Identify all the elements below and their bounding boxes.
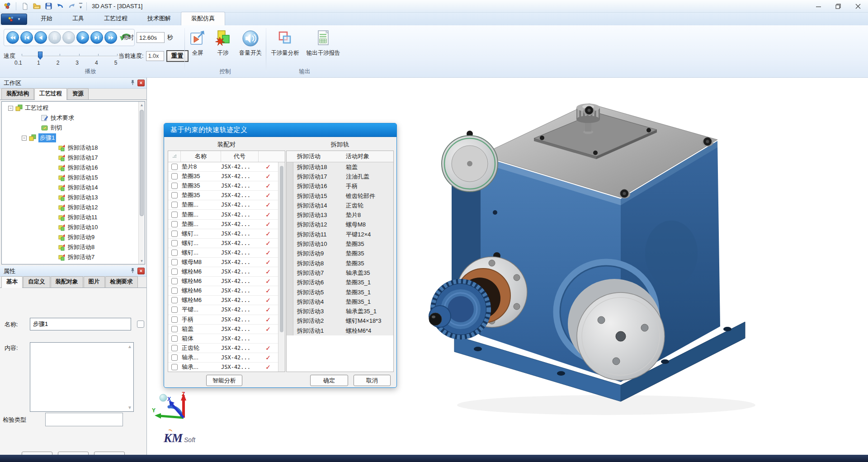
assembly-row[interactable]: 垫圈35 JSX-42...: [168, 172, 285, 181]
row-checkbox[interactable]: [171, 173, 178, 179]
name-field[interactable]: [30, 318, 131, 330]
close-panel-icon[interactable]: ×: [137, 80, 145, 86]
row-checkbox[interactable]: [171, 240, 178, 246]
ribbon-tab[interactable]: 工艺过程: [94, 12, 137, 25]
3d-viewport[interactable]: 基于约束的快速轨迹定义 装配对 拆卸轨 名称 代号 垫片8 JSX-42...: [147, 78, 868, 455]
tree-node-activity[interactable]: 拆卸活动14: [2, 183, 137, 193]
row-checkbox[interactable]: [171, 192, 178, 198]
row-checkbox[interactable]: [171, 335, 178, 342]
track-row[interactable]: 拆卸活动8 垫圈35: [287, 259, 393, 268]
ribbon-tab[interactable]: 装配仿真: [181, 12, 225, 25]
app-menu-button[interactable]: ▼: [1, 14, 27, 25]
row-checkbox[interactable]: [171, 354, 178, 361]
track-row[interactable]: 拆卸活动15 锥齿轮部件: [287, 191, 393, 201]
assembly-row[interactable]: 垫圈35 JSX-42...: [168, 181, 285, 191]
ribbon-tab[interactable]: 开始: [31, 12, 62, 25]
row-checkbox[interactable]: [171, 221, 178, 227]
tree-node-label[interactable]: 技术要求: [51, 114, 74, 122]
tree-node-root[interactable]: 工艺过程: [2, 103, 137, 113]
close-button[interactable]: [848, 0, 868, 13]
assembly-row[interactable]: 螺钉... JSX-42...: [168, 248, 285, 258]
track-row[interactable]: 拆卸活动6 垫圈35_1: [287, 278, 393, 288]
tree-scrollbar[interactable]: ▲ ▼: [138, 102, 145, 264]
activity-column-header[interactable]: 拆卸活动: [293, 152, 344, 160]
row-checkbox[interactable]: [171, 345, 178, 351]
assembly-row[interactable]: 垫圈... JSX-42...: [168, 220, 285, 229]
assembly-row[interactable]: 螺钉... JSX-42...: [168, 239, 285, 248]
assembly-row[interactable]: 垫片8 JSX-42...: [168, 162, 285, 172]
row-checkbox[interactable]: [171, 278, 178, 284]
tree-node-activity[interactable]: 拆卸活动12: [2, 203, 137, 212]
track-row[interactable]: 拆卸活动1 螺栓M6*4: [287, 326, 393, 335]
track-row[interactable]: 拆卸活动14 正齿轮: [287, 201, 393, 210]
track-row[interactable]: 拆卸活动9 垫圈35: [287, 249, 393, 259]
name-checkbox[interactable]: [137, 321, 144, 328]
current-speed-input[interactable]: [146, 51, 164, 61]
tree-node-label[interactable]: 拆卸活动9: [68, 233, 94, 241]
new-document-icon[interactable]: [20, 2, 29, 11]
dialog-title-bar[interactable]: 基于约束的快速轨迹定义: [164, 123, 396, 137]
close-panel-icon[interactable]: ×: [137, 268, 145, 274]
content-textarea[interactable]: [30, 342, 134, 412]
skip-to-end-button[interactable]: [90, 31, 103, 44]
row-checkbox[interactable]: [171, 231, 178, 237]
ribbon-tab[interactable]: 技术图解: [137, 12, 181, 25]
workspace-tab[interactable]: 工艺过程: [34, 88, 67, 100]
assembly-row[interactable]: 垫圈... JSX-42...: [168, 210, 285, 219]
properties-tab[interactable]: 基本: [1, 276, 23, 288]
assembly-row[interactable]: 垫圈35 JSX-42...: [168, 191, 285, 200]
fast-forward-button[interactable]: [104, 31, 117, 44]
row-checkbox[interactable]: [171, 164, 178, 170]
scroll-down-icon[interactable]: ▼: [139, 258, 145, 264]
scrollbar-thumb[interactable]: [280, 166, 283, 332]
properties-tab[interactable]: 图片: [84, 276, 105, 288]
properties-tab[interactable]: 检测要求: [105, 276, 138, 288]
drag-handle-icon[interactable]: [168, 151, 181, 162]
tree-node-activity[interactable]: 拆卸活动10: [2, 222, 137, 232]
minimize-button[interactable]: [808, 0, 828, 13]
speed-slider-thumb[interactable]: [38, 52, 42, 60]
elapsed-input[interactable]: [137, 32, 165, 43]
assembly-row[interactable]: 垫圈... JSX-42...: [168, 200, 285, 210]
row-checkbox[interactable]: [171, 306, 178, 313]
track-row[interactable]: 拆卸活动10 垫圈35: [287, 239, 393, 249]
workspace-tab[interactable]: 资源: [67, 88, 89, 99]
tree-node-activity[interactable]: 拆卸活动11: [2, 212, 137, 222]
reset-button[interactable]: 重置: [166, 50, 189, 62]
ok-button[interactable]: 确定: [310, 375, 348, 386]
name-column-header[interactable]: 名称: [181, 151, 221, 162]
tree-node-label[interactable]: 拆卸活动13: [68, 193, 98, 202]
tree-node-label[interactable]: 拆卸活动8: [68, 243, 94, 251]
row-checkbox[interactable]: [171, 183, 178, 189]
tree-node-label[interactable]: 拆卸活动16: [68, 164, 98, 172]
pause-button[interactable]: [48, 31, 61, 44]
tree-node-activity[interactable]: 拆卸活动15: [2, 173, 137, 183]
play-button[interactable]: [76, 31, 89, 44]
scroll-up-icon[interactable]: ▲: [139, 102, 145, 108]
properties-tab[interactable]: 装配对象: [51, 276, 83, 288]
fullscreen-button[interactable]: 全屏: [186, 28, 209, 58]
output-report-button[interactable]: 输出干涉报告: [304, 28, 343, 58]
assembly-row[interactable]: 螺栓M6 JSX-42...: [168, 286, 285, 296]
check-type-field[interactable]: [45, 413, 123, 426]
assembly-row[interactable]: 螺栓M6 JSX-42...: [168, 296, 285, 305]
track-row[interactable]: 拆卸活动18 箱盖: [287, 162, 393, 172]
track-row[interactable]: 拆卸活动3 轴承盖35_1: [287, 306, 393, 316]
tree-node-label[interactable]: 工艺过程: [25, 104, 48, 112]
row-checkbox[interactable]: [171, 316, 178, 323]
tree-node-activity[interactable]: 拆卸活动8: [2, 242, 137, 252]
assembly-row[interactable]: 螺栓M6 JSX-42...: [168, 277, 285, 286]
assembly-row[interactable]: 平键... JSX-42...: [168, 305, 285, 315]
volume-toggle-button[interactable]: 音量开关: [236, 28, 264, 58]
collapse-icon[interactable]: [22, 136, 27, 141]
tree-node-label[interactable]: 拆卸活动10: [68, 223, 98, 231]
row-checkbox[interactable]: [171, 259, 178, 265]
workspace-tab[interactable]: 装配结构: [1, 88, 34, 99]
track-row[interactable]: 拆卸活动12 螺母M8: [287, 220, 393, 230]
tree-node-label[interactable]: 拆卸活动12: [68, 203, 98, 212]
assembly-row[interactable]: 正齿轮 JSX-42...: [168, 344, 285, 353]
tree-node-activity[interactable]: 拆卸活动9: [2, 232, 137, 242]
row-checkbox[interactable]: [171, 364, 178, 370]
track-row[interactable]: 拆卸活动2 螺钉M4×18*3: [287, 316, 393, 326]
fast-backward-button[interactable]: [6, 31, 19, 44]
